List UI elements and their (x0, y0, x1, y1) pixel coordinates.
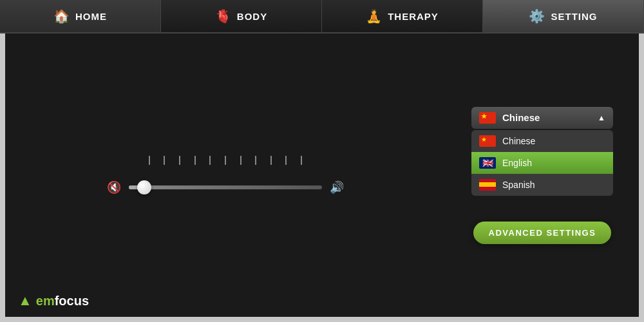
loud-icon: 🔊 (330, 180, 344, 194)
language-option-spanish[interactable]: Spanish (471, 174, 613, 196)
therapy-icon: 🧘 (366, 8, 383, 24)
logo-em: em (36, 294, 55, 308)
language-dropdown: Chinese ▲ Chinese English Spanish (471, 107, 613, 196)
logo-focus: focus (55, 294, 89, 308)
tick-11 (301, 156, 302, 165)
tick-2 (164, 156, 165, 165)
dropdown-list: Chinese English Spanish (471, 130, 613, 196)
language-option-english[interactable]: English (471, 152, 613, 174)
dropdown-header[interactable]: Chinese ▲ (471, 107, 613, 129)
mute-icon: 🔇 (107, 180, 121, 194)
home-icon: 🏠 (53, 8, 70, 24)
flag-es-icon (479, 179, 496, 191)
logo-icon: ▲ (18, 292, 32, 309)
nav-item-body[interactable]: 🫀 BODY (161, 0, 322, 32)
tick-5 (209, 156, 211, 165)
slider-background (129, 185, 322, 189)
tick-1 (149, 156, 150, 165)
nav-label-setting: SETTING (551, 11, 597, 22)
left-panel: 🔇 🔊 (5, 33, 446, 317)
volume-ticks (129, 156, 322, 165)
dropdown-arrow-icon: ▲ (598, 113, 605, 122)
tick-10 (285, 156, 287, 165)
nav-item-home[interactable]: 🏠 HOME (0, 0, 161, 32)
setting-icon: ⚙️ (529, 8, 545, 24)
logo-text: emfocus (36, 294, 89, 308)
slider-container: 🔇 🔊 (107, 180, 344, 194)
language-spanish-label: Spanish (502, 180, 535, 190)
main-content: 🔇 🔊 Chinese ▲ (0, 33, 644, 322)
advanced-settings-label: ADVANCED SETTINGS (489, 228, 596, 238)
language-english-label: English (502, 158, 532, 168)
tick-3 (179, 156, 180, 165)
right-panel: Chinese ▲ Chinese English Spanish (446, 33, 639, 317)
nav-item-therapy[interactable]: 🧘 THERAPY (322, 0, 483, 32)
body-icon: 🫀 (215, 8, 232, 24)
tick-6 (225, 156, 226, 165)
tick-7 (240, 156, 242, 165)
tick-4 (194, 156, 196, 165)
slider-thumb[interactable] (137, 180, 151, 194)
advanced-settings-button[interactable]: ADVANCED SETTINGS (473, 222, 612, 244)
volume-control: 🔇 🔊 (107, 156, 344, 194)
tick-9 (270, 156, 272, 165)
flag-gb-icon (479, 157, 496, 169)
volume-slider[interactable] (129, 181, 322, 194)
footer-logo: ▲ emfocus (18, 292, 89, 309)
tick-8 (255, 156, 256, 165)
flag-cn-icon (479, 135, 496, 147)
nav-label-home: HOME (75, 11, 107, 22)
nav-item-setting[interactable]: ⚙️ SETTING (483, 0, 644, 32)
nav-label-therapy: THERAPY (388, 11, 439, 22)
language-chinese1-label: Chinese (502, 136, 535, 146)
selected-flag-icon (479, 112, 496, 124)
selected-language-label: Chinese (502, 112, 540, 123)
top-navigation: 🏠 HOME 🫀 BODY 🧘 THERAPY ⚙️ SETTING (0, 0, 644, 33)
language-option-chinese1[interactable]: Chinese (471, 130, 613, 152)
nav-label-body: BODY (237, 11, 267, 22)
